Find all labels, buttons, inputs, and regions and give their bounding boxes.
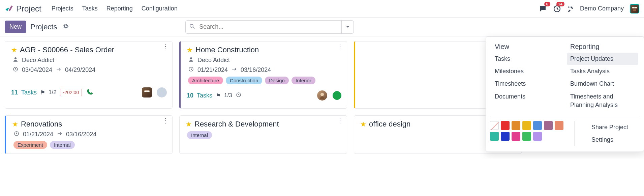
tag-construction[interactable]: Construction xyxy=(226,77,262,84)
phone-icon[interactable] xyxy=(87,88,93,97)
project-card-renovations[interactable]: ⋮ ★ Renovations 01/21/2024 03/16/2024 Ex… xyxy=(5,115,173,154)
swatch-yellow[interactable] xyxy=(522,121,531,130)
main-nav: Projects Tasks Reporting Configuration xyxy=(52,5,178,12)
panel-report-tasks[interactable]: Tasks Analysis xyxy=(567,65,638,78)
new-button[interactable]: New xyxy=(5,21,26,33)
person-icon xyxy=(12,56,19,64)
tag-experiment[interactable]: Experiment xyxy=(13,141,47,149)
company-name[interactable]: Demo Company xyxy=(580,5,624,12)
card-menu-button[interactable]: ⋮ xyxy=(162,45,169,48)
card-date-start: 01/21/2024 xyxy=(197,66,228,74)
status-dot[interactable] xyxy=(157,87,167,97)
card-title: AGR - S00066 - Sales Order xyxy=(20,46,114,54)
nav-projects[interactable]: Projects xyxy=(52,5,73,12)
panel-view-col: View Tasks Milestones Timesheets Documen… xyxy=(489,41,565,111)
assignee-avatar[interactable] xyxy=(317,90,327,101)
swatch-lilac[interactable] xyxy=(533,132,542,141)
status-dot[interactable] xyxy=(333,91,341,100)
clock-icon xyxy=(12,66,19,74)
swatch-none[interactable] xyxy=(490,121,499,130)
flag-icon[interactable]: ⚑ xyxy=(40,89,45,96)
star-icon[interactable]: ★ xyxy=(360,120,366,128)
tag-interior[interactable]: Interior xyxy=(292,77,315,84)
project-card-agr[interactable]: ⋮ ★ AGR - S00066 - Sales Order Deco Addi… xyxy=(5,41,173,109)
panel-share[interactable]: Share Project xyxy=(588,121,640,134)
panel-view-documents[interactable]: Documents xyxy=(491,90,563,103)
kanban-board: ⋮ ★ AGR - S00066 - Sales Order Deco Addi… xyxy=(0,36,644,159)
panel-view-header: View xyxy=(491,41,563,53)
flag-icon[interactable]: ⚑ xyxy=(216,92,221,99)
card-menu-button[interactable]: ⋮ xyxy=(337,45,343,48)
tasks-label[interactable]: Tasks xyxy=(21,89,37,96)
swatch-mauve[interactable] xyxy=(544,121,553,130)
gear-icon[interactable] xyxy=(63,23,69,31)
tag-design[interactable]: Design xyxy=(265,77,289,84)
tag-internal[interactable]: Internal xyxy=(50,141,75,149)
app-logo[interactable]: Project xyxy=(5,4,41,13)
panel-report-tsplan[interactable]: Timesheets and Planning Analysis xyxy=(567,90,638,111)
card-options-panel: View Tasks Milestones Timesheets Documen… xyxy=(486,36,644,152)
star-icon[interactable]: ★ xyxy=(11,46,17,54)
messages-badge: 6 xyxy=(544,2,550,6)
panel-separator xyxy=(490,117,640,117)
card-date-end: 03/16/2024 xyxy=(241,66,271,74)
arrow-right-icon xyxy=(57,131,63,138)
nav-tasks[interactable]: Tasks xyxy=(82,5,98,12)
tasks-count[interactable]: 10 xyxy=(187,92,193,99)
messages-button[interactable]: 6 xyxy=(539,5,547,13)
card-client: Deco Addict xyxy=(22,57,54,64)
star-icon[interactable]: ★ xyxy=(12,120,18,128)
timesheet-balance[interactable]: -202:00 xyxy=(60,89,82,96)
chevron-down-icon xyxy=(345,24,350,30)
svg-rect-11 xyxy=(147,91,149,92)
star-icon[interactable]: ★ xyxy=(186,120,192,128)
activities-badge: 24 xyxy=(556,2,564,6)
panel-view-timesheets[interactable]: Timesheets xyxy=(491,78,563,90)
search-dropdown-toggle[interactable] xyxy=(341,20,354,34)
tools-icon[interactable] xyxy=(567,5,574,12)
control-bar: New Projects xyxy=(0,18,644,36)
user-avatar[interactable] xyxy=(630,4,639,13)
assignee-avatar[interactable] xyxy=(142,87,152,97)
swatch-blue[interactable] xyxy=(533,121,542,130)
tasks-count[interactable]: 11 xyxy=(11,89,18,96)
search-icon xyxy=(186,23,198,31)
panel-settings[interactable]: Settings xyxy=(588,134,640,146)
star-icon[interactable]: ★ xyxy=(187,46,193,54)
topbar-right: 6 24 Demo Company xyxy=(539,4,639,13)
svg-rect-4 xyxy=(633,9,636,11)
logo-check-icon xyxy=(5,4,13,13)
project-card-home[interactable]: ⋮ ★ Home Construction Deco Addict 01/21/… xyxy=(179,41,347,109)
tag-architecture[interactable]: Architecture xyxy=(188,77,223,84)
tasks-label[interactable]: Tasks xyxy=(197,92,212,99)
swatch-green[interactable] xyxy=(522,132,531,141)
card-title: Research & Development xyxy=(194,120,279,129)
search-box[interactable] xyxy=(185,20,354,34)
swatch-pink[interactable] xyxy=(512,132,520,141)
nav-reporting[interactable]: Reporting xyxy=(106,5,133,12)
svg-rect-2 xyxy=(633,7,635,8)
card-menu-button[interactable]: ⋮ xyxy=(337,119,343,122)
svg-point-12 xyxy=(190,57,192,59)
swatch-teal[interactable] xyxy=(490,132,499,141)
project-card-rnd[interactable]: ⋮ ★ Research & Development Internal xyxy=(179,115,347,154)
search-input[interactable] xyxy=(198,23,341,31)
panel-report-burndown[interactable]: Burndown Chart xyxy=(567,78,638,90)
swatch-indigo[interactable] xyxy=(501,132,510,141)
card-client: Deco Addict xyxy=(197,57,230,64)
panel-report-updates[interactable]: Project Updates xyxy=(567,53,638,65)
activity-clock-icon[interactable] xyxy=(236,92,242,100)
milestone-ratio: 1/2 xyxy=(49,89,57,96)
breadcrumb: Projects xyxy=(30,23,57,31)
panel-view-tasks[interactable]: Tasks xyxy=(491,53,563,65)
card-title: Renovations xyxy=(21,120,62,129)
tag-internal[interactable]: Internal xyxy=(187,131,212,139)
swatch-red[interactable] xyxy=(501,121,510,130)
activities-button[interactable]: 24 xyxy=(553,5,561,13)
arrow-right-icon xyxy=(56,66,62,74)
swatch-orange[interactable] xyxy=(512,121,520,130)
nav-configuration[interactable]: Configuration xyxy=(142,5,178,12)
panel-view-milestones[interactable]: Milestones xyxy=(491,65,563,78)
card-menu-button[interactable]: ⋮ xyxy=(162,119,169,122)
swatch-salmon[interactable] xyxy=(555,121,563,130)
